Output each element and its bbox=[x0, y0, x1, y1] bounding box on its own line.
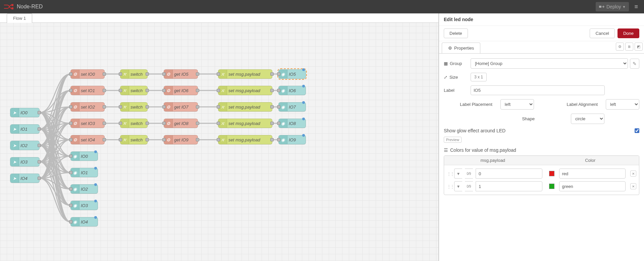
workspace: Flow 1 ➤IO0➤IO1➤IO2➤IO3➤IO4⚙set IO0⤲swit… bbox=[0, 13, 439, 261]
split-icon: ⤲ bbox=[120, 135, 129, 144]
inject-node[interactable]: ➤IO2 bbox=[10, 141, 40, 150]
done-button[interactable]: Done bbox=[618, 28, 639, 38]
color-name-input[interactable] bbox=[559, 181, 626, 191]
preview-chip[interactable]: Preview bbox=[444, 137, 462, 143]
color-name-input[interactable] bbox=[559, 169, 626, 179]
type-dropdown[interactable]: ▾ bbox=[454, 181, 462, 191]
change-node[interactable]: ⚙get IO7 bbox=[164, 102, 198, 112]
glow-checkbox[interactable] bbox=[635, 128, 639, 133]
split-icon: ⤲ bbox=[120, 119, 129, 128]
caret-down-icon: ▼ bbox=[623, 5, 626, 9]
gear-icon: ⚙ bbox=[164, 70, 173, 78]
tab-properties[interactable]: ⚙ Properties bbox=[442, 43, 480, 53]
status-badge bbox=[302, 118, 305, 120]
status-badge bbox=[302, 85, 305, 87]
gear-icon: ⚙ bbox=[448, 46, 452, 51]
edit-group-button[interactable]: ✎ bbox=[630, 59, 639, 69]
label-input[interactable] bbox=[471, 85, 605, 95]
lamp-icon: ◉ bbox=[71, 168, 79, 177]
color-swatch[interactable] bbox=[549, 171, 554, 176]
change-node[interactable]: ⚙set IO4 bbox=[70, 135, 105, 144]
th-color: Color bbox=[542, 156, 639, 165]
led-node[interactable]: ◉IO6 bbox=[278, 86, 306, 95]
lamp-icon: ◉ bbox=[279, 70, 287, 78]
app-header: Node-RED Deploy ▼ ≡ bbox=[0, 0, 644, 13]
lamp-icon: ◉ bbox=[71, 201, 79, 210]
change-node[interactable]: ⚙get IO5 bbox=[164, 69, 198, 79]
change-node[interactable]: ⚙set IO3 bbox=[70, 119, 105, 128]
status-badge bbox=[302, 101, 305, 104]
remove-row-button[interactable]: ✕ bbox=[630, 183, 636, 189]
gear-icon: ⚙ bbox=[164, 86, 173, 95]
group-select[interactable]: [Home] Group bbox=[471, 58, 628, 69]
led-node[interactable]: ◉IO3 bbox=[70, 201, 98, 210]
change-node[interactable]: ⚙get IO9 bbox=[164, 135, 198, 144]
deploy-button[interactable]: Deploy ▼ bbox=[596, 2, 629, 11]
inject-node[interactable]: ➤IO1 bbox=[10, 124, 40, 134]
payload-value-input[interactable] bbox=[476, 181, 542, 191]
group-label: ▦Group bbox=[444, 61, 471, 66]
placement-select[interactable]: left bbox=[500, 99, 534, 110]
alignment-select[interactable]: left bbox=[606, 99, 639, 110]
change-node[interactable]: ⤭set msg.payload bbox=[218, 86, 272, 95]
inject-node[interactable]: ➤IO0 bbox=[10, 108, 40, 117]
payload-value-input[interactable] bbox=[476, 169, 542, 179]
split-icon: ⤲ bbox=[120, 86, 129, 95]
inject-icon: ➤ bbox=[10, 125, 19, 133]
flow-canvas[interactable]: ➤IO0➤IO1➤IO2➤IO3➤IO4⚙set IO0⤲switch⚙get … bbox=[0, 23, 438, 261]
inject-icon: ➤ bbox=[10, 108, 19, 117]
status-badge bbox=[94, 183, 97, 186]
flow-tab[interactable]: Flow 1 bbox=[7, 13, 32, 23]
led-node[interactable]: ◉IO4 bbox=[70, 217, 98, 226]
size-chip[interactable]: 3 x 1 bbox=[471, 73, 487, 81]
node-docs-button[interactable]: 🗎 bbox=[625, 43, 633, 51]
gear-icon: ⚙ bbox=[71, 70, 79, 78]
change-node[interactable]: ⤭set msg.payload bbox=[218, 102, 272, 112]
flow-tabs: Flow 1 bbox=[0, 13, 438, 23]
type-dropdown[interactable]: ▾ bbox=[454, 169, 462, 179]
type-indicator: 0⁄9 bbox=[465, 181, 473, 191]
drag-handle-icon[interactable]: ⋮⋮ bbox=[447, 171, 451, 176]
led-node[interactable]: ◉IO9 bbox=[278, 135, 306, 144]
grid-icon: ▦ bbox=[444, 61, 448, 66]
main-menu-button[interactable]: ≡ bbox=[632, 2, 640, 12]
shuffle-icon: ⤭ bbox=[218, 103, 227, 111]
switch-node[interactable]: ⤲switch bbox=[120, 102, 148, 112]
pencil-icon: ✎ bbox=[633, 61, 637, 66]
inject-node[interactable]: ➤IO4 bbox=[10, 174, 40, 183]
change-node[interactable]: ⚙set IO1 bbox=[70, 86, 105, 95]
list-icon: ☰ bbox=[444, 147, 448, 153]
change-node[interactable]: ⚙set IO2 bbox=[70, 102, 105, 112]
change-node[interactable]: ⤭set msg.payload bbox=[218, 69, 272, 79]
change-node[interactable]: ⤭set msg.payload bbox=[218, 135, 272, 144]
color-row: ⋮⋮▾0⁄9✕ bbox=[446, 167, 637, 180]
app-brand: Node-RED bbox=[17, 4, 43, 10]
color-swatch[interactable] bbox=[549, 184, 554, 189]
remove-row-button[interactable]: ✕ bbox=[630, 171, 636, 177]
led-node[interactable]: ◉IO2 bbox=[70, 184, 98, 194]
drag-handle-icon[interactable]: ⋮⋮ bbox=[447, 184, 451, 189]
led-node[interactable]: ◉IO1 bbox=[70, 168, 98, 177]
led-node[interactable]: ◉IO7 bbox=[278, 102, 306, 112]
delete-button[interactable]: Delete bbox=[444, 28, 468, 38]
node-settings-button[interactable]: ⚙ bbox=[616, 43, 624, 51]
shuffle-icon: ⤭ bbox=[218, 135, 227, 144]
inject-node[interactable]: ➤IO3 bbox=[10, 157, 40, 167]
change-node[interactable]: ⚙get IO6 bbox=[164, 86, 198, 95]
split-icon: ⤲ bbox=[120, 103, 129, 111]
switch-node[interactable]: ⤲switch bbox=[120, 69, 148, 79]
led-node[interactable]: ◉IO0 bbox=[70, 151, 98, 161]
switch-node[interactable]: ⤲switch bbox=[120, 119, 148, 128]
node-appearance-button[interactable]: ◩ bbox=[635, 43, 643, 51]
shape-select[interactable]: circle bbox=[571, 114, 604, 124]
switch-node[interactable]: ⤲switch bbox=[120, 86, 148, 95]
change-node[interactable]: ⚙get IO8 bbox=[164, 119, 198, 128]
change-node[interactable]: ⚙set IO0 bbox=[70, 69, 105, 79]
change-node[interactable]: ⤭set msg.payload bbox=[218, 119, 272, 128]
switch-node[interactable]: ⤲switch bbox=[120, 135, 148, 144]
lamp-icon: ◉ bbox=[279, 86, 287, 95]
app-logo bbox=[4, 4, 14, 10]
led-node[interactable]: ◉IO5 bbox=[278, 69, 306, 79]
cancel-button[interactable]: Cancel bbox=[590, 28, 614, 38]
led-node[interactable]: ◉IO8 bbox=[278, 119, 306, 128]
